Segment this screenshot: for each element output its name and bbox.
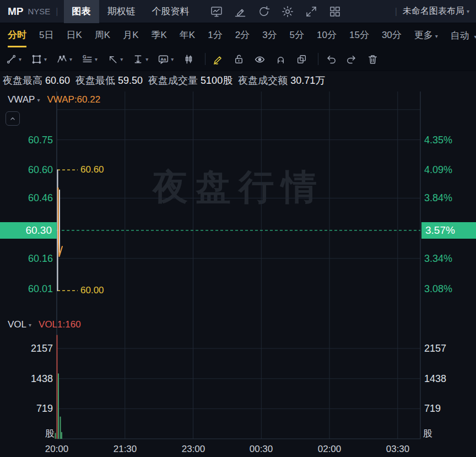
- timeframe-月K[interactable]: 月K: [123, 23, 138, 47]
- wave-pattern-tool[interactable]: ▾: [56, 53, 72, 65]
- chevron-down-icon: ▾: [474, 34, 476, 40]
- clone-objects-tool[interactable]: [296, 53, 307, 65]
- drawing-toolbar: ▾▾▾G▾▾▾Aa▾: [0, 47, 476, 71]
- chart-canvas[interactable]: [0, 90, 476, 457]
- draw-mode-pencil-icon: [212, 53, 224, 65]
- top-bar: MP NYSE | 图表期权链个股资料 | 未命名图表布局 ▾: [0, 0, 476, 23]
- edit-pencil-icon: [234, 5, 247, 18]
- volume-bar: [55, 433, 56, 439]
- chevron-down-icon: ▾: [69, 56, 72, 62]
- top-tab-图表[interactable]: 图表: [64, 0, 99, 23]
- chart-layout-name[interactable]: 未命名图表布局: [403, 6, 464, 17]
- clone-objects-icon: [296, 53, 307, 65]
- stat-value: 5100股: [201, 75, 232, 86]
- stat-value: 30.71万: [290, 75, 325, 86]
- exchange-label: NYSE: [28, 7, 51, 16]
- arrow-mark-tool[interactable]: ▾: [107, 53, 123, 65]
- chevron-down-icon: ▾: [29, 322, 31, 328]
- timeframe-周K[interactable]: 周K: [95, 23, 110, 47]
- session-stat: 夜盘最低59.50: [75, 74, 143, 87]
- edit-pencil-icon[interactable]: [234, 5, 247, 18]
- gann-tools-icon: G: [82, 53, 93, 65]
- divider: |: [56, 7, 58, 17]
- timeframe-年K[interactable]: 年K: [180, 23, 195, 47]
- chart-area[interactable]: 夜盘行情 VWAP ▾ VWAP:60.22 VOL ▾ VOL1:160 60…: [0, 90, 476, 457]
- candle-pattern-icon: [183, 53, 194, 65]
- fullscreen-icon: [305, 5, 318, 18]
- chevron-down-icon: ▾: [435, 33, 438, 39]
- undo-icon: [325, 53, 337, 65]
- arrow-mark-icon: [107, 53, 118, 65]
- trend-line-icon: [6, 53, 17, 65]
- candle-pattern-tool[interactable]: [183, 53, 194, 65]
- top-tab-个股资料[interactable]: 个股资料: [144, 0, 198, 23]
- trend-line-tool[interactable]: ▾: [6, 53, 21, 65]
- volume-value: VOL1:160: [39, 319, 81, 330]
- timeframe-季K[interactable]: 季K: [152, 23, 167, 47]
- topbar-icon-group: [210, 5, 342, 18]
- stat-label: 夜盘成交额: [238, 75, 288, 86]
- shape-rectangle-icon: [31, 53, 42, 65]
- settings-gear-icon[interactable]: [281, 5, 294, 18]
- chart-monitor-icon[interactable]: [210, 5, 223, 18]
- chevron-down-icon[interactable]: ▾: [467, 8, 469, 14]
- layout-grid-icon[interactable]: [328, 5, 342, 18]
- auto-label: 自动: [451, 30, 469, 41]
- auto-scale-dropdown[interactable]: 自动 ▾: [451, 29, 476, 42]
- timeframe-items: 分时5日日K周K月K季K年K1分2分3分5分10分15分30分更多▾: [8, 23, 451, 47]
- shape-rectangle-tool[interactable]: ▾: [31, 53, 47, 65]
- redo-tool[interactable]: [346, 53, 358, 65]
- vwap-value: VWAP:60.22: [47, 94, 100, 105]
- chevron-up-icon: [8, 114, 17, 123]
- timeframe-更多[interactable]: 更多▾: [414, 23, 438, 47]
- undo-tool[interactable]: [325, 53, 337, 65]
- visibility-eye-tool[interactable]: [254, 53, 266, 65]
- timeframe-5日[interactable]: 5日: [39, 23, 53, 47]
- timeframe-3分[interactable]: 3分: [262, 23, 277, 47]
- session-stat: 夜盘成交量5100股: [148, 74, 232, 87]
- chevron-down-icon: ▾: [120, 56, 123, 62]
- chart-monitor-icon: [210, 5, 223, 18]
- session-stat: 夜盘成交额30.71万: [238, 74, 325, 87]
- text-annotation-tool[interactable]: Aa▾: [158, 53, 174, 65]
- delete-trash-tool[interactable]: [367, 53, 378, 65]
- volume-bar: [61, 432, 62, 439]
- timeframe-bar: 分时5日日K周K月K季K年K1分2分3分5分10分15分30分更多▾ 自动 ▾: [0, 23, 476, 47]
- volume-indicator-header[interactable]: VOL ▾ VOL1:160: [8, 319, 81, 330]
- lock-open-icon: [233, 53, 245, 65]
- collapse-pane-button[interactable]: [6, 111, 20, 126]
- timeframe-5分[interactable]: 5分: [290, 23, 304, 47]
- timeframe-15分[interactable]: 15分: [349, 23, 369, 47]
- chevron-down-icon: ▾: [19, 56, 21, 62]
- timeframe-2分[interactable]: 2分: [235, 23, 250, 47]
- chevron-down-icon: ▾: [37, 97, 40, 103]
- gann-tools-tool[interactable]: G▾: [82, 53, 98, 65]
- timeframe-1分[interactable]: 1分: [208, 23, 222, 47]
- fullscreen-icon[interactable]: [305, 5, 318, 18]
- delete-trash-icon: [367, 53, 378, 65]
- measure-icon: [132, 53, 144, 65]
- timeframe-10分[interactable]: 10分: [317, 23, 337, 47]
- lock-open-tool[interactable]: [233, 53, 245, 65]
- top-tabs: 图表期权链个股资料: [64, 0, 198, 23]
- toolbar-divider: [205, 53, 205, 65]
- stat-value: 60.60: [45, 75, 70, 86]
- draw-mode-pencil-tool[interactable]: [212, 53, 224, 65]
- measure-tool[interactable]: ▾: [132, 53, 148, 65]
- top-tab-期权链[interactable]: 期权链: [99, 0, 144, 23]
- chevron-down-icon: ▾: [44, 56, 47, 62]
- redo-icon: [346, 53, 358, 65]
- refresh-icon[interactable]: [257, 5, 271, 18]
- layout-grid-icon: [328, 5, 342, 18]
- symbol-ticker: MP: [8, 6, 24, 18]
- stat-label: 夜盘最低: [75, 75, 115, 86]
- timeframe-分时[interactable]: 分时: [8, 23, 26, 47]
- magnet-tool[interactable]: [275, 53, 286, 65]
- timeframe-日K[interactable]: 日K: [66, 23, 82, 47]
- timeframe-30分[interactable]: 30分: [382, 23, 402, 47]
- stat-label: 夜盘成交量: [148, 75, 198, 86]
- wave-pattern-icon: [56, 53, 68, 65]
- divider: |: [395, 7, 397, 17]
- price-indicator-header[interactable]: VWAP ▾ VWAP:60.22: [8, 94, 100, 105]
- session-stat: 夜盘最高60.60: [3, 74, 70, 87]
